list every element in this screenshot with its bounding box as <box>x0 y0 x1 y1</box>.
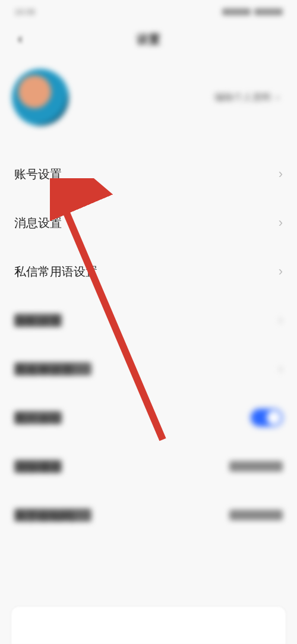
edit-profile-label: 编辑个人资料 <box>214 91 271 104</box>
menu-label: 账号设置 <box>14 166 62 182</box>
back-button[interactable]: ‹ <box>12 31 29 48</box>
back-icon: ‹ <box>18 31 22 47</box>
menu-label: 消息设置 <box>14 215 62 231</box>
status-signal-icon <box>222 8 251 15</box>
about-value <box>229 510 283 520</box>
chevron-right-icon: › <box>279 166 283 182</box>
menu-item-about[interactable]: 关于你知吗 <box>14 491 283 539</box>
settings-list: 账号设置 › 消息设置 › 私信常用语设置 › 隐私设置 › 黑名单设置 › 图… <box>0 150 297 539</box>
chevron-right-icon: › <box>276 92 279 103</box>
chevron-right-icon: › <box>279 361 283 377</box>
menu-label: 清除缓存 <box>14 460 62 473</box>
menu-item-privacy-settings[interactable]: 隐私设置 › <box>14 296 283 345</box>
avatar[interactable] <box>12 69 69 126</box>
page-title: 设置 <box>137 31 160 48</box>
chevron-right-icon: › <box>279 312 283 328</box>
menu-label: 黑名单设置 <box>14 362 91 375</box>
edit-profile-link[interactable]: 编辑个人资料 › <box>214 91 279 104</box>
status-time: 16:08 <box>14 7 35 17</box>
menu-item-clear-cache[interactable]: 清除缓存 <box>14 442 283 491</box>
chevron-right-icon: › <box>279 215 283 231</box>
menu-label: 关于你知吗 <box>14 509 91 522</box>
menu-item-watermark[interactable]: 图片水印 <box>14 393 283 442</box>
menu-label: 图片水印 <box>14 411 62 424</box>
nav-bar: ‹ 设置 <box>0 24 297 55</box>
status-battery-icon <box>254 8 283 15</box>
cache-size-value <box>229 461 283 472</box>
menu-label: 隐私设置 <box>14 314 62 327</box>
menu-item-messages-settings[interactable]: 消息设置 › <box>14 198 283 247</box>
watermark-toggle[interactable] <box>251 409 283 427</box>
menu-label: 私信常用语设置 <box>14 264 97 280</box>
bottom-panel <box>11 606 286 644</box>
profile-section[interactable]: 编辑个人资料 › <box>0 55 297 150</box>
menu-item-dm-phrases-settings[interactable]: 私信常用语设置 › <box>14 247 283 296</box>
menu-item-blacklist-settings[interactable]: 黑名单设置 › <box>14 345 283 393</box>
menu-item-account-settings[interactable]: 账号设置 › <box>14 150 283 198</box>
status-bar: 16:08 <box>0 0 297 24</box>
status-indicators <box>222 8 283 15</box>
chevron-right-icon: › <box>279 264 283 279</box>
